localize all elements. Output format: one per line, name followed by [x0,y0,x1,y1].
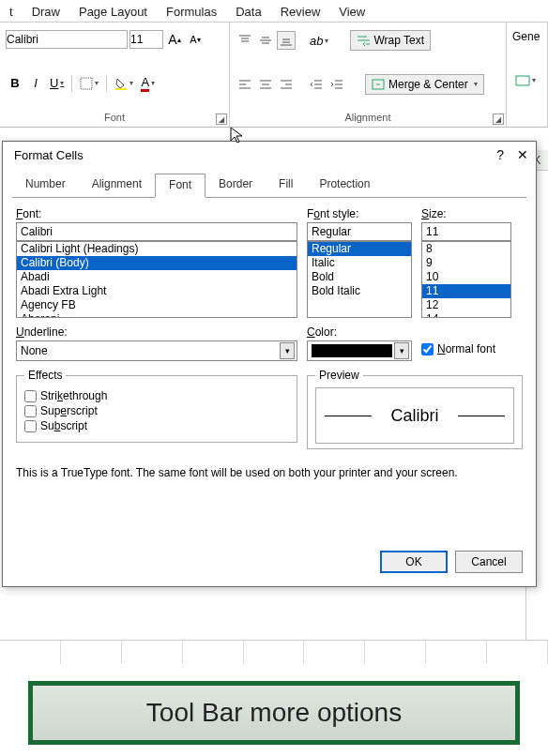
font-label: FFont:ont: [16,207,297,220]
font-name-combo[interactable] [6,30,128,49]
chevron-down-icon: ▾ [280,342,295,359]
subscript-checkbox[interactable]: Subscript [24,419,289,432]
list-item[interactable]: Bold Italic [308,284,411,298]
ok-button[interactable]: OK [380,551,448,573]
dialog-titlebar: Format Cells ? ✕ [3,142,536,168]
tab-fill[interactable]: Fill [266,174,306,197]
strikethrough-checkbox[interactable]: Strikethrough [24,389,289,402]
tab-alignment[interactable]: Alignment [79,174,155,197]
tab-font[interactable]: Font [155,174,206,198]
list-item[interactable]: 9 [422,256,510,270]
bold-button[interactable]: B [6,74,24,93]
svg-rect-22 [516,76,529,85]
number-format-label: Gene [512,30,540,43]
align-bottom-icon[interactable] [277,31,296,50]
tab-draw[interactable]: Draw [32,5,60,19]
fill-color-button[interactable] [112,74,136,93]
cancel-button[interactable]: Cancel [455,551,523,573]
list-item[interactable]: Abadi Extra Light [17,284,297,298]
effects-legend: Effects [24,369,66,382]
list-item[interactable]: 8 [422,242,510,256]
svg-rect-0 [81,78,92,89]
accounting-format-icon[interactable] [512,71,539,90]
ribbon-tabs: t Draw Page Layout Formulas Data Review … [0,0,548,23]
size-label: Size: [421,207,511,220]
help-icon[interactable]: ? [496,147,504,162]
color-swatch [312,344,392,357]
font-input[interactable] [16,222,297,241]
alignment-dialog-launcher[interactable]: ◢ [493,113,504,125]
color-select[interactable]: ▾ [307,340,412,361]
ribbon: A▴ A▾ B I U A Font ◢ ab Wrap Text [0,23,548,128]
increase-indent-icon[interactable] [327,75,346,94]
dialog-buttons: OK Cancel [3,485,536,586]
list-item[interactable]: Calibri (Body) [17,256,297,270]
list-item[interactable]: 12 [422,298,510,312]
list-item[interactable]: 14 [422,312,510,318]
tab-data[interactable]: Data [236,5,261,19]
truetype-note: This is a TrueType font. The same font w… [16,466,523,479]
align-left-icon[interactable] [236,75,254,94]
superscript-checkbox[interactable]: Superscript [24,404,289,417]
format-cells-dialog: Format Cells ? ✕ Number Alignment Font B… [2,141,537,587]
close-icon[interactable]: ✕ [517,147,528,162]
list-item[interactable]: Italic [308,256,411,270]
size-listbox[interactable]: 8 9 10 11 12 14 [421,241,511,318]
tab-review[interactable]: Review [281,5,321,19]
preview-legend: Preview [315,369,363,382]
increase-font-icon[interactable]: A▴ [165,30,184,49]
font-listbox[interactable]: Calibri Light (Headings) Calibri (Body) … [16,241,297,318]
chevron-down-icon: ▾ [394,342,409,359]
decrease-indent-icon[interactable] [307,75,326,94]
merge-center-button[interactable]: Merge & Center [365,74,484,95]
dialog-title: Format Cells [14,148,84,162]
tab-view[interactable]: View [339,5,365,19]
italic-button[interactable]: I [26,74,45,93]
separator [71,75,72,92]
align-top-icon[interactable] [236,31,254,50]
tab-page-layout[interactable]: Page Layout [79,5,147,19]
normal-font-checkbox[interactable]: Normal font [421,342,511,355]
grid-rows [0,640,548,664]
size-input[interactable] [421,222,511,241]
align-middle-icon[interactable] [256,31,275,50]
font-group-label: Font [6,112,223,125]
align-center-icon[interactable] [256,75,275,94]
caption-box: Tool Bar more options [28,681,520,745]
list-item[interactable]: Aharoni [17,312,297,318]
decrease-font-icon[interactable]: A▾ [186,30,205,49]
list-item[interactable]: Bold [308,270,411,284]
merge-icon [372,79,385,90]
list-item[interactable]: Abadi [17,270,297,284]
list-item[interactable]: Calibri Light (Headings) [17,242,297,256]
dialog-tabs: Number Alignment Font Border Fill Protec… [12,174,526,198]
font-color-button[interactable]: A [138,74,158,93]
separator [106,75,107,92]
tab-partial[interactable]: t [9,5,13,19]
underline-select[interactable]: None ▾ [16,340,297,361]
wrap-text-icon [357,35,370,46]
tab-number[interactable]: Number [12,174,79,197]
list-item[interactable]: Agency FB [17,298,297,312]
tab-border[interactable]: Border [206,174,266,197]
orientation-icon[interactable]: ab [307,31,331,50]
number-group: Gene [507,23,548,127]
tab-formulas[interactable]: Formulas [166,5,217,19]
wrap-text-button[interactable]: Wrap Text [350,30,431,51]
font-style-listbox[interactable]: Regular Italic Bold Bold Italic [307,241,412,318]
svg-rect-1 [115,88,127,90]
effects-group: Effects Strikethrough Superscript Subscr… [16,369,297,443]
borders-button[interactable] [77,74,101,93]
align-right-icon[interactable] [277,75,296,94]
tab-protection[interactable]: Protection [306,174,383,197]
underline-button[interactable]: U [47,74,67,93]
font-size-combo[interactable] [129,30,163,49]
preview-group: Preview Calibri [307,369,523,449]
list-item[interactable]: 10 [422,270,510,284]
font-dialog-launcher[interactable]: ◢ [216,113,227,125]
list-item[interactable]: 11 [422,284,510,298]
caption-text: Tool Bar more options [146,698,402,728]
list-item[interactable]: Regular [308,242,411,256]
font-style-input[interactable] [307,222,412,241]
alignment-group: ab Wrap Text Merge & Center Alignment ◢ [230,23,507,127]
